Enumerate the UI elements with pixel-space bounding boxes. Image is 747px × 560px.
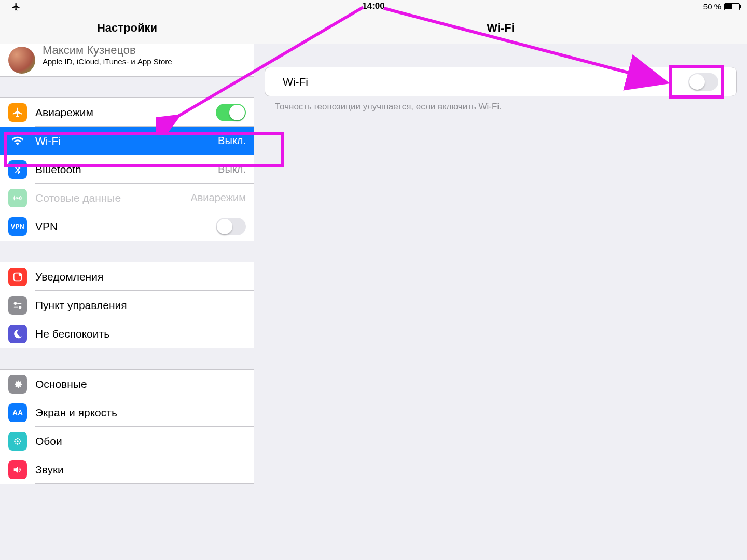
wifi-hint: Точность геопозиции улучшается, если вкл… [265,96,737,112]
status-bar: 14:00 50 % [0,0,747,12]
wallpaper-icon [8,432,27,451]
sidebar-item-bluetooth[interactable]: Bluetooth Выкл. [0,155,254,184]
battery-icon [724,3,740,10]
airplane-mode-status-icon [11,2,21,13]
sidebar-item-value: Выкл. [218,163,246,175]
svg-point-8 [17,443,19,445]
wifi-toggle[interactable] [688,73,718,91]
clock: 14:00 [362,1,384,11]
svg-point-2 [14,302,17,305]
detail-title: Wi-Fi [254,12,747,44]
sidebar-item-display[interactable]: AA Экран и яркость [0,398,254,427]
sidebar-item-notifications[interactable]: Уведомления [0,262,254,291]
sidebar-item-label: Экран и яркость [35,407,246,419]
sidebar-item-label: Обои [35,435,246,447]
sidebar-item-value: Авиарежим [190,192,246,204]
sidebar-title: Настройки [0,12,254,44]
vpn-toggle[interactable] [216,218,246,235]
control-center-icon [8,296,27,315]
sidebar-item-label: Bluetooth [35,163,218,176]
sidebar-item-wifi[interactable]: Wi-Fi Выкл. [0,127,254,155]
sidebar-item-value: Выкл. [218,135,246,147]
sidebar-item-label: Звуки [35,464,246,476]
wifi-row-label: Wi-Fi [283,76,688,88]
svg-rect-5 [14,306,18,307]
svg-point-6 [17,440,19,442]
sidebar-item-vpn[interactable]: VPN VPN [0,212,254,241]
sidebar-item-label: Уведомления [35,271,246,283]
svg-point-12 [19,439,20,440]
dnd-icon [8,325,27,343]
svg-point-7 [17,438,19,439]
airplane-toggle[interactable] [216,104,246,121]
general-icon [8,375,27,394]
sidebar-item-label: Wi-Fi [35,135,218,147]
bluetooth-icon [8,160,27,179]
account-name: Максим Кузнецов [43,44,172,57]
cellular-icon [8,189,27,207]
svg-point-11 [15,439,17,440]
settings-sidebar: Настройки Максим Кузнецов Apple ID, iClo… [0,12,255,560]
display-icon: AA [8,403,27,422]
sidebar-item-label: Пункт управления [35,299,246,312]
battery-indicator: 50 % [703,2,740,11]
sidebar-item-control-center[interactable]: Пункт управления [0,291,254,319]
sidebar-item-dnd[interactable]: Не беспокоить [0,319,254,348]
sounds-icon [8,460,27,479]
account-subtitle: Apple ID, iCloud, iTunes- и App Store [43,57,172,66]
apple-id-row[interactable]: Максим Кузнецов Apple ID, iCloud, iTunes… [0,44,254,77]
sidebar-item-general[interactable]: Основные [0,369,254,398]
sidebar-item-label: Не беспокоить [35,328,246,340]
vpn-icon: VPN [8,217,27,236]
sidebar-item-airplane[interactable]: Авиарежим [0,97,254,127]
svg-rect-3 [17,303,21,304]
sidebar-item-sounds[interactable]: Звуки [0,455,254,484]
sidebar-item-label: Основные [35,378,246,390]
notifications-icon [8,268,27,286]
sidebar-item-label: VPN [35,220,216,233]
sidebar-item-wallpaper[interactable]: Обои [0,427,254,455]
detail-pane: Wi-Fi Wi-Fi Точность геопозиции улучшает… [254,12,747,560]
svg-point-10 [20,440,21,442]
svg-point-14 [19,442,20,444]
airplane-icon [8,103,27,122]
sidebar-item-label: Сотовые данные [35,192,190,204]
sidebar-item-cellular: Сотовые данные Авиарежим [0,184,254,212]
avatar [8,47,35,74]
svg-point-4 [19,305,22,309]
svg-point-13 [15,442,17,444]
svg-point-9 [14,440,16,442]
svg-point-1 [19,273,22,276]
wifi-icon [8,132,27,150]
sidebar-item-label: Авиарежим [35,106,216,119]
battery-text: 50 % [703,2,721,11]
wifi-master-row[interactable]: Wi-Fi [265,67,737,96]
